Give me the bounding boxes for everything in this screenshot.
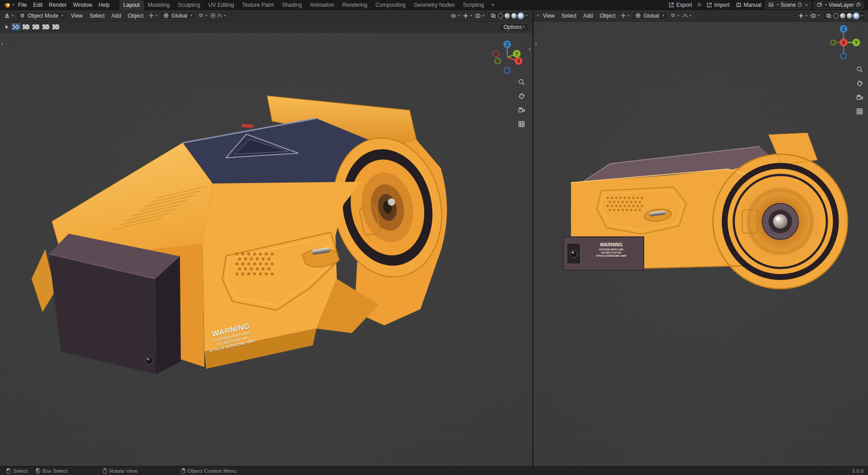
- shading-solid-button[interactable]: [840, 13, 845, 19]
- snapping-button[interactable]: ▾: [197, 12, 208, 19]
- export-button[interactable]: Export: [666, 1, 694, 9]
- new-datablock-icon[interactable]: [797, 2, 802, 7]
- workspace-tab-layout[interactable]: Layout: [119, 0, 144, 10]
- texture-swatch-3[interactable]: [32, 24, 40, 30]
- mode-label: Object Mode: [28, 13, 58, 19]
- unlink-x-icon[interactable]: [804, 3, 809, 7]
- editor-menu-collapsed-icon[interactable]: ▾: [537, 14, 539, 18]
- show-gizmo-button[interactable]: ▾: [462, 12, 473, 20]
- workspace-tab-texture-paint[interactable]: Texture Paint: [238, 0, 278, 10]
- import-label: Import: [714, 2, 730, 8]
- texture-swatch-5[interactable]: [52, 24, 60, 30]
- model-render-perspective[interactable]: [0, 33, 533, 466]
- gizmo-z-label[interactable]: Z: [842, 27, 845, 32]
- ortho-grid-button[interactable]: [854, 106, 864, 116]
- shading-rendered-button[interactable]: [854, 13, 859, 19]
- camera-view-button[interactable]: [516, 105, 526, 115]
- toolbar-expand-arrow[interactable]: ›: [535, 40, 537, 47]
- workspace-tab-sculpting[interactable]: Sculpting: [174, 0, 204, 10]
- workspace-tab-geometry-nodes[interactable]: Geometry Nodes: [410, 0, 459, 10]
- mode-selector[interactable]: Object Mode ▾: [16, 12, 67, 20]
- snapping-button-right[interactable]: ▾: [669, 12, 680, 19]
- hand-icon: [518, 92, 525, 100]
- menu-render[interactable]: Render: [46, 1, 70, 9]
- menu-file[interactable]: File: [15, 1, 30, 9]
- add-workspace-button[interactable]: +: [488, 0, 498, 10]
- pan-button[interactable]: [516, 91, 526, 101]
- menu-edit[interactable]: Edit: [30, 1, 46, 9]
- menu-add-right[interactable]: Add: [580, 12, 595, 20]
- copy-icon[interactable]: [856, 2, 861, 7]
- show-overlays-button-right[interactable]: ▾: [809, 12, 821, 20]
- pan-button[interactable]: [854, 78, 864, 88]
- shading-rendered-button[interactable]: [518, 13, 524, 19]
- gizmo-x-label[interactable]: X: [517, 59, 520, 64]
- blender-logo-icon: [4, 1, 11, 9]
- texture-swatch-1[interactable]: [12, 24, 20, 30]
- menu-object-right[interactable]: Object: [597, 12, 618, 20]
- menu-window[interactable]: Window: [70, 1, 95, 9]
- shading-solid-button[interactable]: [505, 13, 510, 19]
- workspace-tab-animation[interactable]: Animation: [306, 0, 338, 10]
- menu-view-left[interactable]: View: [68, 12, 85, 20]
- gizmo-y-label[interactable]: Y: [515, 52, 519, 56]
- show-overlays-button[interactable]: ▾: [474, 12, 485, 20]
- workspace-tab-modeling[interactable]: Modeling: [144, 0, 174, 10]
- proportional-edit-button[interactable]: ▾: [209, 12, 226, 19]
- transform-pivot-button-right[interactable]: ▾: [619, 12, 630, 19]
- menu-help[interactable]: Help: [95, 1, 113, 9]
- camera-icon: [518, 106, 525, 114]
- camera-view-button[interactable]: [854, 92, 864, 102]
- navigation-gizmo[interactable]: Z Y X: [492, 35, 525, 79]
- transform-pivot-button[interactable]: ▾: [147, 12, 158, 19]
- chevron-down-icon: ▾: [205, 14, 207, 18]
- viewlayer-selector[interactable]: ▾ ViewLayer: [814, 1, 863, 9]
- transform-orientation-selector-right[interactable]: Global ▾: [632, 12, 668, 20]
- blender-menu-button[interactable]: ▾: [3, 0, 15, 9]
- chevron-down-icon: ▾: [777, 3, 778, 7]
- object-visibility-button[interactable]: ▾: [449, 12, 461, 20]
- workspace-tab-shading[interactable]: Shading: [278, 0, 306, 10]
- viewlayer-name: ViewLayer: [829, 2, 854, 8]
- menu-select-right[interactable]: Select: [559, 12, 579, 20]
- zoom-button[interactable]: [854, 64, 864, 74]
- texture-swatch-2[interactable]: [22, 24, 30, 30]
- shading-material-button[interactable]: [511, 13, 517, 19]
- viewport-3d-left[interactable]: WARNING OXYGEN VENT LINE DO NOT CAP OR A…: [0, 33, 533, 466]
- viewport-3d-right[interactable]: WARNING OXYGEN VENT LINE DO NOT CAP OR A…: [533, 22, 868, 466]
- navigation-gizmo[interactable]: Z Y X: [830, 24, 863, 65]
- import-button[interactable]: Import: [704, 1, 731, 9]
- gizmo-y-label[interactable]: Y: [855, 40, 858, 45]
- texture-swatch-4[interactable]: [42, 24, 50, 30]
- editor-type-button[interactable]: ▾: [3, 11, 14, 20]
- gizmo-z-label[interactable]: Z: [506, 42, 509, 47]
- manual-button[interactable]: Manual: [734, 1, 763, 9]
- mouse-drag-icon: [36, 468, 40, 474]
- show-gizmo-button-right[interactable]: ▾: [797, 12, 808, 20]
- chevron-down-icon: ▾: [689, 14, 691, 18]
- workspace-tab-uv-editing[interactable]: UV Editing: [204, 0, 238, 10]
- shading-material-button[interactable]: [847, 13, 852, 19]
- workspace-tab-scripting[interactable]: Scripting: [459, 0, 488, 10]
- toolbar-expand-arrow[interactable]: ›: [1, 40, 3, 47]
- transform-orientation-selector[interactable]: Global ▾: [160, 12, 196, 20]
- sidebar-expand-arrow[interactable]: ‹: [528, 45, 531, 52]
- options-dropdown[interactable]: Options ▾: [500, 23, 529, 31]
- proportional-edit-button-right[interactable]: ▾: [681, 12, 692, 19]
- scene-selector[interactable]: ▾ Scene: [765, 1, 811, 9]
- options-label: Options: [504, 24, 522, 30]
- xray-toggle-icon[interactable]: [490, 13, 496, 19]
- menu-view-right[interactable]: View: [540, 12, 557, 20]
- workspace-tab-compositing[interactable]: Compositing: [371, 0, 410, 10]
- ortho-grid-button[interactable]: [516, 119, 526, 129]
- shading-wireframe-button[interactable]: [833, 13, 839, 19]
- zoom-button[interactable]: [516, 77, 526, 87]
- menu-add-left[interactable]: Add: [108, 12, 123, 20]
- gizmo-x-label[interactable]: X: [842, 40, 845, 45]
- menu-select-left[interactable]: Select: [87, 12, 107, 20]
- shading-wireframe-button[interactable]: [498, 13, 503, 19]
- active-tool-icon[interactable]: [4, 24, 10, 30]
- workspace-tab-rendering[interactable]: Rendering: [338, 0, 371, 10]
- menu-object-left[interactable]: Object: [125, 12, 146, 20]
- xray-toggle-icon[interactable]: [826, 13, 832, 19]
